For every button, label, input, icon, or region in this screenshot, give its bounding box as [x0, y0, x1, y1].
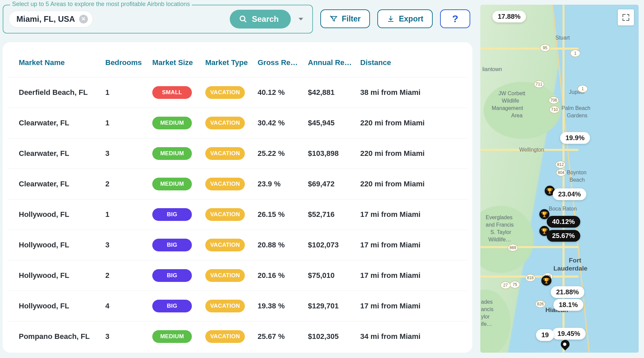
map-marker[interactable]: 19.45%: [552, 328, 586, 340]
map-city-label: Wildlife…: [488, 237, 511, 243]
caret-down-icon: [299, 18, 303, 20]
cell-distance: 38 mi from Miami: [356, 77, 468, 108]
col-market[interactable]: Market Name: [7, 52, 101, 77]
cell-revenue: $129,701: [304, 291, 356, 321]
cell-gross: 25.67 %: [254, 321, 304, 348]
size-badge: SMALL: [152, 86, 192, 99]
svg-point-0: [240, 16, 245, 21]
table-row[interactable]: Pompano Beach, FL3MEDIUMVACATION25.67 %$…: [7, 321, 468, 348]
search-icon: [239, 15, 247, 23]
size-badge: MEDIUM: [152, 117, 192, 129]
map-marker[interactable]: 40.12%: [547, 216, 580, 228]
cell-gross: 40.12 %: [254, 77, 304, 108]
col-bedrooms[interactable]: Bedrooms: [101, 52, 148, 77]
cell-market: Pompano Beach, FL: [7, 321, 101, 348]
table-row[interactable]: Hollywood, FL2BIGVACATION20.16 %$75,0101…: [7, 260, 468, 291]
map-marker[interactable]: 19: [536, 329, 554, 341]
map-marker[interactable]: 18.1%: [553, 299, 583, 311]
cell-market: Hollywood, FL: [7, 291, 101, 321]
col-gross[interactable]: Gross Ren…: [254, 52, 304, 77]
cell-distance: 17 mi from Miami: [356, 199, 468, 230]
cell-distance: 17 mi from Miami: [356, 260, 468, 291]
filter-button[interactable]: Filter: [320, 9, 370, 28]
table-row[interactable]: Clearwater, FL3MEDIUMVACATION25.22 %$103…: [7, 138, 468, 169]
map-marker[interactable]: 25.67%: [547, 230, 580, 242]
map-pin-icon[interactable]: [559, 338, 572, 351]
map[interactable]: StuartJupiterliantownJW CorbettWildlifeM…: [480, 5, 639, 353]
cell-revenue: $102,305: [304, 321, 356, 348]
type-badge: VACATION: [205, 117, 245, 129]
route-shield: 711: [534, 80, 544, 88]
map-city-label: S. Taylor: [490, 229, 511, 235]
map-marker[interactable]: 21.88%: [551, 286, 584, 298]
cell-revenue: $103,898: [304, 138, 356, 169]
cell-distance: 17 mi from Miami: [356, 230, 468, 260]
help-button[interactable]: ?: [440, 9, 470, 28]
cell-revenue: $52,716: [304, 199, 356, 230]
cell-gross: 20.88 %: [254, 230, 304, 260]
cell-type: VACATION: [201, 77, 254, 108]
help-icon: ?: [452, 13, 458, 24]
map-marker[interactable]: 17.88%: [492, 11, 526, 22]
cell-type: VACATION: [201, 321, 254, 348]
table-row[interactable]: Clearwater, FL2MEDIUMVACATION23.9 %$69,4…: [7, 169, 468, 199]
type-badge: VACATION: [205, 147, 245, 160]
route-shield: 869: [508, 244, 518, 251]
results-table-card: Market Name Bedrooms Market Size Market …: [3, 42, 472, 353]
table-row[interactable]: Hollywood, FL4BIGVACATION19.38 %$129,701…: [7, 291, 468, 321]
cell-type: VACATION: [201, 138, 254, 169]
size-badge: MEDIUM: [152, 147, 192, 160]
cell-gross: 26.15 %: [254, 199, 304, 230]
map-city-label: Area: [511, 113, 523, 119]
cell-bedrooms: 3: [101, 230, 148, 260]
cell-distance: 220 mi from Miami: [356, 138, 468, 169]
cell-bedrooms: 4: [101, 291, 148, 321]
cell-distance: 220 mi from Miami: [356, 108, 468, 138]
search-button-label: Search: [252, 14, 279, 24]
cell-size: MEDIUM: [148, 169, 201, 199]
route-shield: 95: [540, 44, 550, 52]
cell-bedrooms: 3: [101, 321, 148, 348]
col-type[interactable]: Market Type: [201, 52, 254, 77]
route-shield: 710: [549, 106, 559, 113]
map-city-label: Boynton: [567, 170, 587, 176]
search-dropdown-toggle[interactable]: [294, 18, 308, 20]
table-row[interactable]: Hollywood, FL3BIGVACATION20.88 %$102,073…: [7, 230, 468, 260]
search-box[interactable]: Miami, FL, USA ✕ Search: [3, 5, 313, 34]
table-row[interactable]: Clearwater, FL1MEDIUMVACATION30.42 %$45,…: [7, 108, 468, 138]
size-badge: BIG: [152, 208, 192, 221]
route-shield: 27: [500, 282, 511, 289]
table-row[interactable]: Hollywood, FL1BIGVACATION26.15 %$52,7161…: [7, 199, 468, 230]
type-badge: VACATION: [205, 178, 245, 190]
cell-type: VACATION: [201, 291, 254, 321]
cell-market: Clearwater, FL: [7, 138, 101, 169]
chip-remove-icon[interactable]: ✕: [79, 15, 88, 23]
cell-revenue: $75,010: [304, 260, 356, 291]
cell-size: MEDIUM: [148, 138, 201, 169]
results-table-scroll[interactable]: Market Name Bedrooms Market Size Market …: [7, 52, 468, 348]
cell-type: VACATION: [201, 108, 254, 138]
table-row[interactable]: Deerfield Beach, FL1SMALLVACATION40.12 %…: [7, 77, 468, 108]
export-button[interactable]: Export: [377, 9, 433, 28]
cell-market: Clearwater, FL: [7, 169, 101, 199]
cell-bedrooms: 1: [101, 108, 148, 138]
area-chip-label: Miami, FL, USA: [16, 14, 75, 24]
type-badge: VACATION: [205, 330, 245, 343]
cell-bedrooms: 3: [101, 138, 148, 169]
fullscreen-icon: [623, 14, 629, 21]
cell-market: Hollywood, FL: [7, 230, 101, 260]
map-marker[interactable]: 23.04%: [553, 188, 586, 200]
col-revenue[interactable]: Annual Re…: [304, 52, 356, 77]
map-marker[interactable]: 19.9%: [560, 132, 590, 144]
map-city-label: Boca Raton: [549, 206, 577, 212]
map-fullscreen-button[interactable]: [618, 9, 634, 25]
search-button[interactable]: Search: [230, 10, 291, 28]
area-chip[interactable]: Miami, FL, USA ✕: [9, 11, 93, 27]
results-table: Market Name Bedrooms Market Size Market …: [7, 52, 468, 348]
col-distance[interactable]: Distance: [356, 52, 468, 77]
map-city-label: Everglades: [486, 215, 513, 221]
search-area-wrapper: Select up to 5 Areas to explore the most…: [3, 5, 313, 34]
col-size[interactable]: Market Size: [148, 52, 201, 77]
table-header-row: Market Name Bedrooms Market Size Market …: [7, 52, 468, 77]
cell-size: MEDIUM: [148, 321, 201, 348]
